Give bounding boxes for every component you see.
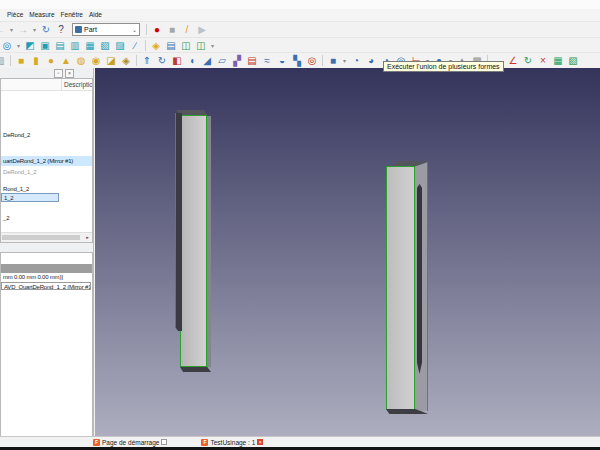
tree-horizontal-scrollbar[interactable]: ▸	[1, 232, 92, 242]
tab-close-icon[interactable]: ×	[257, 439, 263, 445]
menu-bar: Pièce Measure Fenêtre Aide	[0, 9, 600, 21]
create-group-icon[interactable]: ▤	[164, 39, 178, 52]
dropdown-caret-icon[interactable]: ▾	[8, 23, 15, 36]
dock-float-icon[interactable]: ▫	[54, 69, 63, 78]
measure-refresh-icon[interactable]: ↻	[521, 54, 535, 67]
boolean-cut-icon[interactable]: ◔	[349, 54, 363, 67]
right-side-face	[207, 116, 211, 367]
measure-angular-icon[interactable]: ∠	[506, 54, 520, 67]
modify-group: ⇑↻◧◖◢▱▞▤≈◒▚◎	[140, 54, 319, 67]
tab-start-page[interactable]: F Page de démarrage	[93, 439, 167, 446]
whats-this-icon[interactable]: ?	[54, 23, 68, 36]
workbench-selector-value: Part	[84, 26, 97, 33]
measure-toggle-delta-icon[interactable]: ▧	[566, 54, 580, 67]
part-sphere-icon[interactable]: ●	[44, 54, 58, 67]
view-bottom-icon[interactable]: ▧	[98, 39, 112, 52]
status-bar: F Page de démarrage F TestUsinage : 1 ×	[0, 436, 600, 447]
nav-forward-icon[interactable]: →	[16, 23, 30, 36]
combo-view-panel: ▫ × Description DeRond_2 uartDeRond_1_2 …	[0, 68, 94, 437]
macro-edit-icon[interactable]: /	[180, 23, 194, 36]
make-sub-link-icon[interactable]: ◫	[194, 39, 208, 52]
dropdown-caret-icon[interactable]: ▾	[209, 39, 216, 52]
part-box-icon[interactable]: ■	[14, 54, 28, 67]
scrollbar-right-arrow-icon[interactable]: ▸	[84, 234, 91, 241]
toolbar-part-tools: ▥ ■▮●▲◍◉◪◈ ⇑↻◧◖◢▱▞▤≈◒▚◎ ■▾◔◕◑◎⊢▾●▾▲▩ ↔∠↻…	[0, 52, 600, 68]
chevron-down-icon: ⌄	[132, 26, 137, 33]
tree-item-rename-edit[interactable]: 1_2	[1, 193, 59, 202]
sweep-icon[interactable]: ≈	[260, 54, 274, 67]
section-icon[interactable]: ◒	[275, 54, 289, 67]
revolve-icon[interactable]: ↻	[155, 54, 169, 67]
macro-play-icon[interactable]: ▶	[195, 23, 209, 36]
dropdown-caret-icon[interactable]: ▾	[15, 39, 22, 52]
freecad-window: Pièce Measure Fenêtre Aide ←▾→▾↻? Part ⌄…	[0, 0, 600, 450]
front-face	[180, 115, 207, 367]
toolbar-separator	[146, 24, 147, 35]
tree-item-derond-1-2[interactable]: DeRond_1_2	[1, 167, 92, 177]
tree-item-derond-2[interactable]: DeRond_2	[1, 130, 92, 140]
part-primitives-icon[interactable]: ◪	[104, 54, 118, 67]
view-top-icon[interactable]: ▤	[53, 39, 67, 52]
bottom-face	[180, 367, 211, 372]
part-torus-icon[interactable]: ◍	[74, 54, 88, 67]
tab-close-icon[interactable]	[161, 439, 167, 445]
toolbar-separator	[322, 55, 323, 66]
make-face-icon[interactable]: ▱	[215, 54, 229, 67]
measure-toggle-3d-icon[interactable]: ▦	[551, 54, 565, 67]
extrude-icon[interactable]: ⇑	[140, 54, 154, 67]
union-tooltip: Exécuter l'union de plusieurs formes	[383, 61, 504, 72]
boolean-union-icon[interactable]: ◕	[364, 54, 378, 67]
measure-distance-icon[interactable]: ∕	[128, 39, 142, 52]
macro-record-icon[interactable]: ●	[150, 23, 164, 36]
workbench-selector[interactable]: Part ⌄	[72, 23, 140, 36]
description-column-label: Description	[64, 81, 92, 88]
part-tube-icon[interactable]: ◉	[89, 54, 103, 67]
boolean-operation-icon[interactable]: ■	[326, 54, 340, 67]
menu-fenetre[interactable]: Fenêtre	[58, 9, 86, 21]
dropdown-caret-icon[interactable]: ▾	[31, 23, 38, 36]
nav-back-icon[interactable]: ←	[0, 23, 7, 36]
property-label-value[interactable]: AVD_QuartDeRond_1_2 (Mirror #1)	[1, 282, 91, 290]
menu-piece[interactable]: Pièce	[4, 9, 26, 21]
refresh-icon[interactable]: ↻	[39, 23, 53, 36]
part-cylinder-icon[interactable]: ▮	[29, 54, 43, 67]
model-tree: Description DeRond_2 uartDeRond_1_2 (Mir…	[0, 78, 93, 243]
fillet-icon[interactable]: ◖	[185, 54, 199, 67]
shape-builder-icon[interactable]: ◈	[119, 54, 133, 67]
offset-icon[interactable]: ◎	[305, 54, 319, 67]
view-front-icon[interactable]: ▣	[38, 39, 52, 52]
loft-icon[interactable]: ▤	[245, 54, 259, 67]
dropdown-caret-icon[interactable]: ▾	[341, 54, 348, 67]
zoom-fit-icon[interactable]: ◎	[0, 39, 14, 52]
view-isometric-icon[interactable]: ◩	[23, 39, 37, 52]
make-link-icon[interactable]: ◫	[179, 39, 193, 52]
3d-viewport[interactable]	[95, 68, 600, 437]
menu-measure[interactable]: Measure	[26, 9, 57, 21]
cross-sections-icon[interactable]: ▚	[290, 54, 304, 67]
toolbar-separator	[10, 55, 11, 66]
tab-label: TestUsinage : 1	[210, 439, 255, 446]
toolbar-separator	[136, 55, 137, 66]
part-cone-icon[interactable]: ▲	[59, 54, 73, 67]
menu-aide[interactable]: Aide	[86, 9, 105, 21]
mdi-tab-bar: F Page de démarrage F TestUsinage : 1 ×	[93, 437, 263, 447]
tab-document-testusinage[interactable]: F TestUsinage : 1 ×	[201, 439, 263, 446]
dock-close-icon[interactable]: ×	[65, 69, 74, 78]
quarter-round-groove	[417, 184, 422, 374]
property-group-header	[1, 264, 92, 273]
mirror-icon[interactable]: ◧	[170, 54, 184, 67]
tree-item-quartderond-mirror[interactable]: uartDeRond_1_2 (Mirror #1)	[1, 156, 92, 166]
view-right-icon[interactable]: ▥	[68, 39, 82, 52]
toolbar-file-macro: ←▾→▾↻? Part ⌄ ●■/▶	[0, 21, 600, 37]
macro-stop-icon[interactable]: ■	[165, 23, 179, 36]
clipped-icon[interactable]: ▥	[0, 54, 7, 67]
measure-group: ↔∠↻×▦▧	[491, 54, 580, 67]
measure-clear-icon[interactable]: ×	[536, 54, 550, 67]
ruled-surface-icon[interactable]: ▞	[230, 54, 244, 67]
scrollbar-thumb[interactable]	[2, 235, 80, 240]
chamfer-icon[interactable]: ◢	[200, 54, 214, 67]
create-part-icon[interactable]: ◈	[149, 39, 163, 52]
view-rear-icon[interactable]: ▦	[83, 39, 97, 52]
view-left-icon[interactable]: ▨	[113, 39, 127, 52]
tree-item-2[interactable]: _2	[1, 213, 92, 223]
